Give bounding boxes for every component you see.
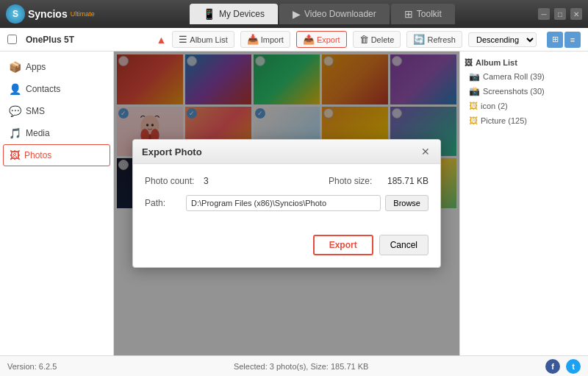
logo-text: Syncios bbox=[28, 8, 68, 20]
album-picture-label: Picture (125) bbox=[481, 116, 527, 125]
sidebar-item-contacts[interactable]: 👤 Contacts bbox=[0, 78, 113, 100]
refresh-icon: 🔄 bbox=[413, 34, 425, 45]
sidebar-item-sms[interactable]: 💬 SMS bbox=[0, 100, 113, 122]
right-panel: 🖼 Album List 📷 Camera Roll (39) 📸 Screen… bbox=[459, 52, 588, 355]
modal-close-button[interactable]: ✕ bbox=[420, 146, 431, 157]
modal-title: Export Photo bbox=[142, 146, 420, 157]
view-buttons: ⊞ ≡ bbox=[547, 32, 581, 48]
delete-label: Delete bbox=[371, 35, 395, 44]
tab-my-devices[interactable]: 📱 My Devices bbox=[190, 4, 278, 24]
export-photo-modal: Export Photo ✕ Photo count: 3 Photo size… bbox=[132, 139, 441, 268]
tab-toolkit-label: Toolkit bbox=[417, 9, 442, 19]
status-bar: Version: 6.2.5 Selected: 3 photo(s), Siz… bbox=[0, 355, 588, 376]
picture-icon: 🖼 bbox=[469, 116, 478, 126]
modal-footer: Export Cancel bbox=[133, 235, 440, 267]
photo-size-label: Photo size: bbox=[329, 176, 387, 186]
version-text: Version: 6.2.5 bbox=[7, 362, 57, 371]
sidebar-item-photos-label: Photos bbox=[24, 150, 51, 160]
import-icon: 📥 bbox=[247, 34, 259, 45]
nav-tabs: 📱 My Devices ▶ Video Downloader ⊞ Toolki… bbox=[107, 4, 538, 24]
tab-toolkit[interactable]: ⊞ Toolkit bbox=[391, 4, 455, 24]
export-icon: 📤 bbox=[303, 34, 315, 45]
album-item-screenshots[interactable]: 📸 Screenshots (30) bbox=[465, 84, 584, 99]
minimize-button[interactable]: ─ bbox=[538, 8, 550, 20]
modal-cancel-button[interactable]: Cancel bbox=[379, 235, 429, 255]
refresh-label: Refresh bbox=[427, 35, 456, 44]
album-item-picture[interactable]: 🖼 Picture (125) bbox=[465, 113, 584, 128]
sidebar-item-media-label: Media bbox=[26, 128, 50, 138]
photo-count-row: Photo count: 3 Photo size: 185.71 KB bbox=[145, 176, 429, 186]
contacts-icon: 👤 bbox=[9, 83, 21, 95]
sidebar: 📦 Apps 👤 Contacts 💬 SMS 🎵 Media 🖼 Photos bbox=[0, 52, 114, 355]
window-controls: ─ □ ✕ bbox=[538, 8, 582, 20]
sidebar-item-media[interactable]: 🎵 Media bbox=[0, 122, 113, 144]
album-list-icon: 🖼 bbox=[465, 58, 473, 67]
photo-content: ✓ bbox=[114, 52, 459, 355]
select-all-checkbox[interactable] bbox=[7, 35, 17, 44]
toolkit-icon: ⊞ bbox=[404, 8, 413, 20]
album-list-label: Album List bbox=[190, 35, 227, 44]
sidebar-item-photos[interactable]: 🖼 Photos bbox=[3, 144, 110, 166]
modal-header: Export Photo ✕ bbox=[133, 140, 440, 164]
browse-button[interactable]: Browse bbox=[385, 195, 429, 211]
album-item-icon[interactable]: 🖼 icon (2) bbox=[465, 99, 584, 113]
close-button[interactable]: ✕ bbox=[570, 8, 582, 20]
modal-overlay: Export Photo ✕ Photo count: 3 Photo size… bbox=[114, 52, 459, 355]
path-row: Path: Browse bbox=[145, 195, 429, 211]
album-icon-label: icon (2) bbox=[481, 102, 508, 110]
album-list-icon: ☰ bbox=[179, 34, 187, 45]
album-camera-roll-label: Camera Roll (39) bbox=[483, 72, 545, 81]
modal-export-button[interactable]: Export bbox=[313, 235, 373, 255]
grid-view-button[interactable]: ⊞ bbox=[547, 32, 563, 48]
sidebar-item-sms-label: SMS bbox=[26, 106, 45, 116]
screenshots-icon: 📸 bbox=[469, 86, 480, 96]
import-label: Import bbox=[261, 35, 284, 44]
photos-icon: 🖼 bbox=[10, 149, 20, 161]
video-icon: ▶ bbox=[293, 8, 301, 20]
device-sync-icon: ▲ bbox=[156, 34, 166, 46]
twitter-icon[interactable]: t bbox=[566, 359, 581, 374]
album-item-camera-roll[interactable]: 📷 Camera Roll (39) bbox=[465, 69, 584, 84]
photo-count-label: Photo count: bbox=[145, 176, 204, 186]
sort-select[interactable]: Descending Ascending bbox=[468, 32, 537, 47]
path-input[interactable] bbox=[186, 195, 381, 211]
social-links: f t bbox=[545, 359, 581, 374]
tab-video-downloader-label: Video Downloader bbox=[304, 9, 376, 19]
device-name: OnePlus 5T bbox=[26, 35, 150, 45]
delete-button[interactable]: 🗑 Delete bbox=[353, 31, 401, 48]
devices-icon: 📱 bbox=[203, 8, 215, 20]
sidebar-item-contacts-label: Contacts bbox=[26, 84, 60, 94]
maximize-button[interactable]: □ bbox=[554, 8, 566, 20]
photo-count-value: 3 bbox=[204, 176, 209, 186]
list-view-button[interactable]: ≡ bbox=[564, 32, 581, 48]
main-area: 📦 Apps 👤 Contacts 💬 SMS 🎵 Media 🖼 Photos bbox=[0, 52, 588, 355]
device-bar: OnePlus 5T ▲ ☰ Album List 📥 Import 📤 Exp… bbox=[0, 28, 588, 52]
path-label: Path: bbox=[145, 198, 182, 208]
selected-status: Selected: 3 photo(s), Size: 185.71 KB bbox=[57, 362, 545, 371]
app-header: S Syncios Ultimate 📱 My Devices ▶ Video … bbox=[0, 0, 588, 28]
sms-icon: 💬 bbox=[9, 105, 21, 117]
photo-size-value: 185.71 KB bbox=[387, 176, 429, 186]
export-label: Export bbox=[317, 35, 340, 44]
export-button[interactable]: 📤 Export bbox=[296, 31, 347, 48]
logo-icon: S bbox=[6, 4, 25, 24]
album-list-header: 🖼 Album List bbox=[465, 56, 584, 69]
camera-roll-icon: 📷 bbox=[469, 71, 480, 82]
sidebar-item-apps[interactable]: 📦 Apps bbox=[0, 56, 113, 78]
album-list-title: Album List bbox=[476, 58, 517, 67]
tab-my-devices-label: My Devices bbox=[219, 9, 265, 19]
apps-icon: 📦 bbox=[9, 61, 21, 73]
album-screenshots-label: Screenshots (30) bbox=[483, 87, 545, 96]
icon-folder-icon: 🖼 bbox=[469, 101, 478, 111]
sidebar-item-apps-label: Apps bbox=[26, 62, 46, 72]
facebook-icon[interactable]: f bbox=[545, 359, 560, 374]
refresh-button[interactable]: 🔄 Refresh bbox=[406, 31, 462, 48]
modal-body: Photo count: 3 Photo size: 185.71 KB Pat… bbox=[133, 164, 440, 235]
album-list-button[interactable]: ☰ Album List bbox=[172, 31, 234, 48]
tab-video-downloader[interactable]: ▶ Video Downloader bbox=[279, 4, 390, 24]
media-icon: 🎵 bbox=[9, 127, 21, 139]
delete-icon: 🗑 bbox=[359, 34, 369, 45]
app-logo: S Syncios Ultimate bbox=[6, 4, 95, 24]
logo-sub: Ultimate bbox=[71, 10, 95, 18]
import-button[interactable]: 📥 Import bbox=[240, 31, 290, 48]
